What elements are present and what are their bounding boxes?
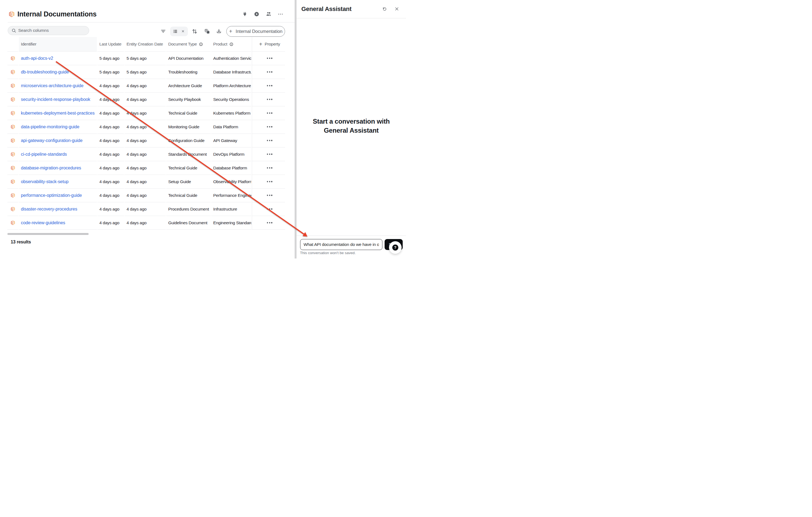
reset-conversation-icon[interactable] — [381, 6, 388, 12]
entity-identifier-link[interactable]: ci-cd-pipeline-standards — [21, 152, 67, 157]
entity-identifier-link[interactable]: database-migration-procedures — [21, 165, 81, 171]
conversation-disclaimer: This conversation won't be saved. — [300, 251, 403, 255]
entity-identifier-cell: microservices-architecture-guide — [19, 79, 97, 93]
entity-identifier-link[interactable]: microservices-architecture-guide — [21, 83, 83, 88]
play-circle-icon[interactable] — [254, 11, 260, 17]
help-button[interactable]: ? — [389, 241, 402, 254]
cell-product: API Gateway — [211, 134, 251, 148]
column-header-last-update[interactable]: Last Update — [97, 37, 124, 52]
row-actions-button[interactable] — [252, 93, 285, 107]
entity-identifier-link[interactable]: disaster-recovery-procedures — [21, 207, 77, 212]
cell-document-type: Guidelines Document — [166, 216, 211, 230]
entity-identifier-link[interactable]: performance-optimization-guide — [21, 193, 82, 198]
entity-blueprint-icon — [7, 52, 19, 65]
cell-entity-creation-date: 4 days ago — [124, 93, 166, 107]
entity-identifier-link[interactable]: data-pipeline-monitoring-guide — [21, 124, 79, 129]
entity-identifier-link[interactable]: observability-stack-setup — [21, 179, 68, 184]
cell-product: DevOps Platform — [211, 148, 251, 161]
cell-entity-creation-date: 4 days ago — [124, 79, 166, 93]
download-icon[interactable] — [215, 27, 223, 35]
row-actions-button[interactable] — [252, 120, 285, 134]
cell-last-update: 4 days ago — [97, 216, 124, 230]
row-actions-button[interactable] — [252, 216, 285, 230]
entity-identifier-cell: auth-api-docs-v2 — [19, 52, 97, 65]
column-header-product[interactable]: Product — [211, 37, 251, 52]
entity-blueprint-icon — [7, 175, 19, 189]
plug-icon[interactable] — [241, 11, 248, 17]
column-header-entity-creation-date[interactable]: Entity Creation Date — [124, 37, 166, 52]
entity-blueprint-icon — [7, 148, 19, 161]
row-actions-button[interactable] — [252, 175, 285, 189]
cell-product: Platform Architecture — [211, 79, 251, 93]
assistant-panel-title: General Assistant — [301, 5, 352, 12]
cell-entity-creation-date: 4 days ago — [124, 120, 166, 134]
entity-identifier-cell: data-pipeline-monitoring-guide — [19, 120, 97, 134]
row-more-icon — [267, 58, 272, 59]
more-icon[interactable] — [277, 11, 284, 17]
create-entity-button[interactable]: + Internal Documentation — [226, 26, 285, 37]
entity-identifier-cell: security-incident-response-playbook — [19, 93, 97, 107]
row-actions-button[interactable] — [252, 52, 285, 65]
entity-identifier-cell: disaster-recovery-procedures — [19, 202, 97, 216]
chat-input-row: Send — [300, 239, 403, 250]
sort-icon[interactable] — [191, 27, 199, 35]
row-more-icon — [267, 181, 272, 182]
info-icon[interactable] — [199, 42, 203, 46]
row-actions-button[interactable] — [252, 79, 285, 93]
entity-blueprint-icon — [7, 202, 19, 216]
entity-identifier-link[interactable]: security-incident-response-playbook — [21, 97, 90, 102]
entity-identifier-link[interactable]: api-gateway-configuration-guide — [21, 138, 83, 143]
cell-product: Authentication Service — [211, 52, 251, 65]
assistant-panel: General Assistant Start a conversation w… — [296, 0, 406, 258]
entity-identifier-cell: database-migration-procedures — [19, 161, 97, 175]
row-actions-button[interactable] — [252, 65, 285, 79]
row-more-icon — [267, 140, 272, 141]
row-actions-button[interactable] — [252, 107, 285, 120]
chat-input[interactable] — [300, 239, 383, 250]
users-icon[interactable] — [265, 11, 272, 17]
cell-last-update: 4 days ago — [97, 120, 124, 134]
search-input[interactable] — [19, 28, 86, 33]
cell-document-type: Technical Guide — [166, 107, 211, 120]
entity-blueprint-icon — [7, 65, 19, 79]
list-view-icon[interactable] — [172, 29, 178, 34]
cell-entity-creation-date: 4 days ago — [124, 202, 166, 216]
entity-identifier-link[interactable]: code-review-guidelines — [21, 220, 65, 225]
cell-product: Performance Engineering — [211, 189, 251, 202]
column-header-identifier[interactable]: Identifier — [19, 37, 97, 52]
entity-identifier-link[interactable]: kubernetes-deployment-best-practices — [21, 111, 95, 116]
info-icon[interactable] — [230, 42, 233, 46]
row-actions-button[interactable] — [252, 161, 285, 175]
horizontal-scrollbar-thumb[interactable] — [7, 233, 89, 235]
panel-divider[interactable] — [295, 0, 296, 258]
clear-view-icon[interactable] — [180, 29, 186, 34]
filter-icon[interactable] — [160, 27, 167, 35]
page-title-group: Internal Documentations — [9, 10, 97, 18]
search-icon — [11, 28, 16, 33]
cell-last-update: 5 days ago — [97, 52, 124, 65]
cell-last-update: 4 days ago — [97, 175, 124, 189]
column-header-add-property[interactable]: + Property — [252, 37, 285, 52]
row-more-icon — [267, 85, 272, 86]
cell-last-update: 4 days ago — [97, 107, 124, 120]
row-more-icon — [267, 222, 272, 223]
column-header-document-type[interactable]: Document Type — [166, 37, 211, 52]
entity-identifier-cell: db-troubleshooting-guide — [19, 65, 97, 79]
entity-blueprint-icon — [7, 120, 19, 134]
row-actions-button[interactable] — [252, 134, 285, 148]
cell-entity-creation-date: 4 days ago — [124, 189, 166, 202]
row-more-icon — [267, 71, 272, 72]
search-box[interactable] — [8, 26, 89, 35]
row-more-icon — [267, 208, 272, 209]
cell-document-type: Technical Guide — [166, 161, 211, 175]
entity-identifier-link[interactable]: auth-api-docs-v2 — [21, 56, 53, 61]
row-actions-button[interactable] — [252, 148, 285, 161]
copy-icon[interactable] — [203, 27, 211, 35]
cell-product: Kubernetes Platform — [211, 107, 251, 120]
plus-icon: + — [229, 28, 232, 34]
cell-last-update: 4 days ago — [97, 134, 124, 148]
row-actions-button[interactable] — [252, 189, 285, 202]
close-panel-icon[interactable] — [394, 6, 400, 12]
row-actions-button[interactable] — [252, 202, 285, 216]
entity-identifier-link[interactable]: db-troubleshooting-guide — [21, 70, 69, 74]
